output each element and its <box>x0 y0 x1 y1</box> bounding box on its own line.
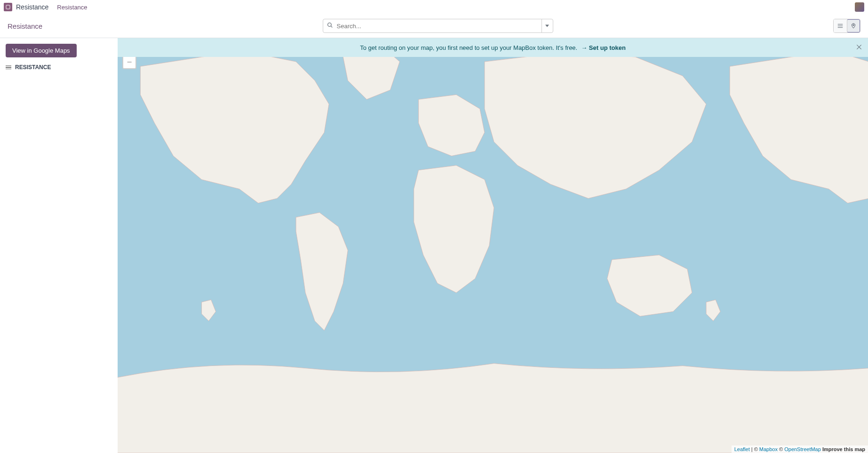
world-map-tiles <box>118 38 868 453</box>
control-bar: Resistance <box>0 14 868 38</box>
search-input[interactable] <box>337 23 542 30</box>
sidebar-item-label: RESISTANCE <box>15 64 51 71</box>
alert-close-button[interactable] <box>856 43 862 53</box>
sidebar-item-resistance[interactable]: RESISTANCE <box>6 63 112 72</box>
app-name[interactable]: Resistance <box>16 3 48 11</box>
map-view-button[interactable] <box>847 19 860 32</box>
app-icon[interactable] <box>4 3 12 11</box>
svg-point-6 <box>853 24 854 26</box>
svg-rect-0 <box>6 5 10 9</box>
nav-menu-resistance[interactable]: Resistance <box>57 4 87 11</box>
osm-link[interactable]: OpenStreetMap <box>784 446 821 452</box>
list-view-button[interactable] <box>834 19 847 32</box>
search-icon <box>323 22 337 30</box>
mapbox-link[interactable]: Mapbox <box>759 446 778 452</box>
zoom-out-button[interactable]: − <box>123 56 135 68</box>
alert-message: To get routing on your map, you first ne… <box>360 44 577 51</box>
map-attribution: Leaflet | © Mapbox © OpenStreetMap Impro… <box>732 445 868 453</box>
main-content: View in Google Maps RESISTANCE To get ro… <box>0 38 868 453</box>
map-routing-alert: To get routing on your map, you first ne… <box>118 38 868 57</box>
leaflet-link[interactable]: Leaflet <box>734 446 750 452</box>
list-icon <box>6 65 11 70</box>
svg-rect-5 <box>838 27 843 28</box>
user-avatar[interactable] <box>855 2 864 12</box>
breadcrumb: Resistance <box>8 22 42 30</box>
sidebar: View in Google Maps RESISTANCE <box>0 38 118 453</box>
svg-line-2 <box>331 26 332 27</box>
view-in-google-maps-button[interactable]: View in Google Maps <box>6 44 77 57</box>
top-nav: Resistance Resistance <box>0 0 868 14</box>
improve-map-link[interactable]: Improve this map <box>821 446 865 452</box>
svg-rect-4 <box>838 25 843 26</box>
search-dropdown-toggle[interactable] <box>542 19 553 32</box>
map[interactable]: To get routing on your map, you first ne… <box>118 38 868 453</box>
setup-token-link[interactable]: → Set up token <box>581 44 626 51</box>
svg-point-1 <box>327 23 331 27</box>
view-switcher <box>833 19 860 33</box>
svg-rect-3 <box>838 24 843 24</box>
search-box[interactable] <box>323 19 553 33</box>
